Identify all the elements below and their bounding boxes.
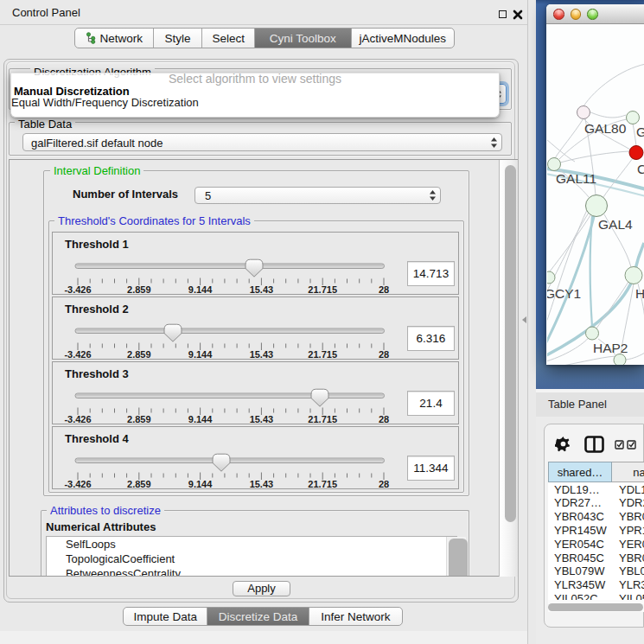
svg-text:GAL80: GAL80: [584, 121, 627, 136]
svg-text:GCY1: GCY1: [547, 286, 581, 301]
svg-text:H: H: [635, 286, 644, 301]
svg-text:GAL: GAL: [636, 124, 644, 139]
svg-text:GAL11: GAL11: [556, 171, 596, 186]
svg-text:CR: CR: [637, 162, 644, 176]
svg-text:GAL4: GAL4: [598, 217, 633, 232]
svg-text:HAP2: HAP2: [593, 341, 628, 355]
